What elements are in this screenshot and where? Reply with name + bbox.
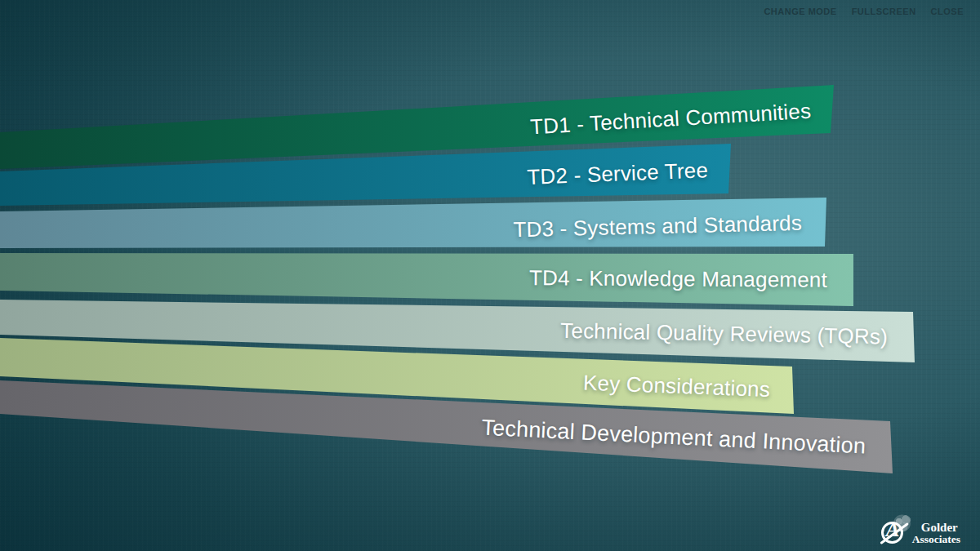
- logo-text: Golder Associates: [912, 522, 960, 546]
- change-mode-button[interactable]: CHANGE MODE: [764, 7, 836, 16]
- bars-layer: TD1 - Technical CommunitiesTD2 - Service…: [0, 0, 980, 551]
- slide-stage[interactable]: TD1 - Technical CommunitiesTD2 - Service…: [0, 0, 980, 551]
- golder-logo-mark-icon: A: [880, 517, 910, 546]
- logo-letter: A: [886, 519, 900, 540]
- bar-td4-knowledge-management-label: TD4 - Knowledge Management: [0, 258, 853, 296]
- close-button[interactable]: CLOSE: [931, 7, 964, 16]
- golder-logo: A Golder Associates: [880, 517, 960, 546]
- logo-line1: Golder: [921, 522, 960, 534]
- fullscreen-button[interactable]: FULLSCREEN: [852, 7, 916, 16]
- viewer-menu: CHANGE MODE FULLSCREEN CLOSE: [764, 0, 964, 23]
- logo-line2: Associates: [912, 534, 960, 545]
